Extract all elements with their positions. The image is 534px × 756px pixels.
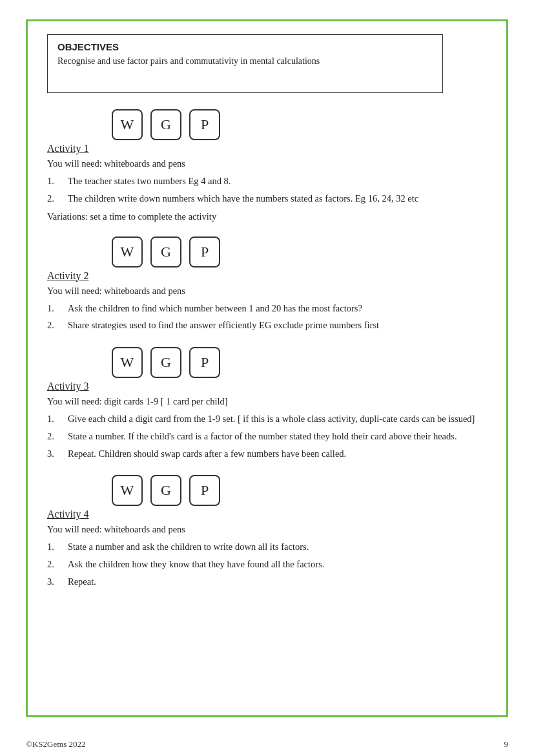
list-text: Ask the children how they know that they… — [68, 558, 487, 572]
list-num: 2. — [47, 192, 61, 206]
objectives-box: OBJECTIVES Recognise and use factor pair… — [47, 34, 443, 93]
page: OBJECTIVES Recognise and use factor pair… — [0, 0, 534, 756]
list-num: 1. — [47, 412, 61, 426]
list-text: State a number. If the child's card is a… — [68, 430, 487, 444]
list-item: 1. Ask the children to find which number… — [47, 302, 487, 316]
list-num: 2. — [47, 558, 61, 572]
list-item: 3. Repeat. — [47, 575, 487, 589]
g-button-2: G — [150, 236, 181, 268]
list-num: 3. — [47, 575, 61, 589]
page-number: 9 — [504, 739, 509, 750]
list-text: Repeat. Children should swap cards after… — [68, 447, 487, 461]
list-item: 1. Give each child a digit card from the… — [47, 412, 487, 426]
list-num: 2. — [47, 319, 61, 333]
list-text: State a number and ask the children to w… — [68, 540, 487, 554]
g-button-4: G — [150, 475, 181, 506]
activity-2-section: W G P Activity 2 You will need: whiteboa… — [47, 236, 487, 333]
list-item: 1. State a number and ask the children t… — [47, 540, 487, 554]
w-button-3: W — [112, 347, 143, 378]
g-button-1: G — [150, 109, 181, 140]
activity-4-you-will-need: You will need: whiteboards and pens — [47, 524, 487, 535]
activity-4-section: W G P Activity 4 You will need: whiteboa… — [47, 475, 487, 589]
activity-2-label: Activity 2 — [47, 270, 487, 282]
list-item: 2. The children write down numbers which… — [47, 192, 487, 206]
list-text: The children write down numbers which ha… — [68, 192, 487, 206]
activity-4-list: 1. State a number and ask the children t… — [47, 540, 487, 589]
p-button-2: P — [189, 236, 220, 268]
activity-4-label: Activity 4 — [47, 509, 487, 520]
list-text: Give each child a digit card from the 1-… — [68, 412, 487, 426]
wgp-row-1: W G P — [47, 109, 487, 140]
outer-border: OBJECTIVES Recognise and use factor pair… — [26, 19, 508, 717]
list-num: 1. — [47, 540, 61, 554]
footer: ©KS2Gems 2022 9 — [26, 739, 508, 750]
activity-2-list: 1. Ask the children to find which number… — [47, 302, 487, 333]
w-button-2: W — [112, 236, 143, 268]
list-num: 2. — [47, 430, 61, 444]
w-button-4: W — [112, 475, 143, 506]
list-num: 3. — [47, 447, 61, 461]
activity-3-label: Activity 3 — [47, 381, 487, 392]
list-item: 2. Share strategies used to find the ans… — [47, 319, 487, 333]
activity-1-variations: Variations: set a time to complete the a… — [47, 211, 487, 222]
wgp-row-2: W G P — [47, 236, 487, 268]
p-button-3: P — [189, 347, 220, 378]
list-item: 3. Repeat. Children should swap cards af… — [47, 447, 487, 461]
list-num: 1. — [47, 174, 61, 189]
objectives-title: OBJECTIVES — [57, 41, 433, 52]
p-button-4: P — [189, 475, 220, 506]
list-text: Repeat. — [68, 575, 487, 589]
list-text: Share strategies used to find the answer… — [68, 319, 487, 333]
activity-1-list: 1. The teacher states two numbers Eg 4 a… — [47, 174, 487, 206]
copyright: ©KS2Gems 2022 — [26, 739, 86, 750]
activity-3-you-will-need: You will need: digit cards 1-9 [ 1 card … — [47, 396, 487, 407]
activity-1-you-will-need: You will need: whiteboards and pens — [47, 158, 487, 169]
list-item: 2. State a number. If the child's card i… — [47, 430, 487, 444]
wgp-row-3: W G P — [47, 347, 487, 378]
wgp-row-4: W G P — [47, 475, 487, 506]
activity-3-list: 1. Give each child a digit card from the… — [47, 412, 487, 461]
list-item: 1. The teacher states two numbers Eg 4 a… — [47, 174, 487, 189]
activity-1-section: W G P Activity 1 You will need: whiteboa… — [47, 109, 487, 222]
activity-2-you-will-need: You will need: whiteboards and pens — [47, 286, 487, 297]
list-item: 2. Ask the children how they know that t… — [47, 558, 487, 572]
g-button-3: G — [150, 347, 181, 378]
list-text: The teacher states two numbers Eg 4 and … — [68, 174, 487, 189]
list-text: Ask the children to find which number be… — [68, 302, 487, 316]
p-button-1: P — [189, 109, 220, 140]
activity-3-section: W G P Activity 3 You will need: digit ca… — [47, 347, 487, 461]
activity-1-label: Activity 1 — [47, 143, 487, 154]
objectives-text: Recognise and use factor pairs and commu… — [57, 56, 433, 67]
w-button-1: W — [112, 109, 143, 140]
list-num: 1. — [47, 302, 61, 316]
